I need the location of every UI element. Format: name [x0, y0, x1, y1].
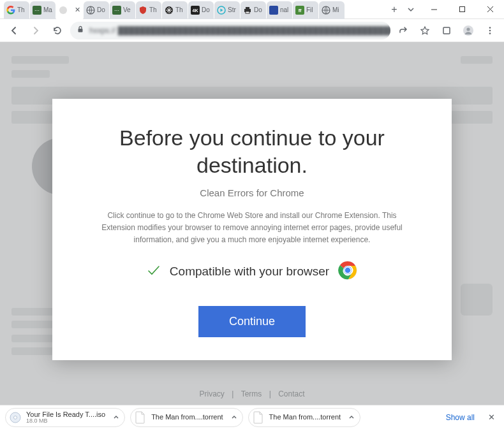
modal-compat-text: Compatible with your browser	[170, 265, 329, 279]
browser-tab[interactable]: 4KDo	[188, 1, 214, 19]
new-tab-button[interactable]: +	[387, 2, 402, 17]
menu-button[interactable]	[481, 22, 499, 40]
file-icon	[251, 411, 265, 425]
svg-text:4K: 4K	[193, 8, 198, 13]
footer-sep: |	[269, 389, 271, 398]
disc-icon	[8, 411, 22, 425]
play-icon	[217, 6, 226, 15]
download-size: 18.0 MB	[26, 418, 105, 425]
tab-overflow-button[interactable]	[402, 6, 420, 13]
bookmark-button[interactable]	[416, 22, 434, 40]
checkmark-icon	[147, 263, 161, 280]
tab-label: Str	[228, 6, 236, 13]
downloads-bar: Your File Is Ready T....iso18.0 MBThe Ma…	[0, 405, 504, 429]
skeleton-block	[461, 284, 493, 316]
download-item[interactable]: Your File Is Ready T....iso18.0 MB	[5, 408, 125, 427]
browser-tab[interactable]: ffFil	[293, 1, 318, 19]
4k-icon: 4K	[191, 6, 200, 15]
skeleton-line	[461, 56, 493, 64]
svg-point-26	[466, 27, 470, 31]
continue-button[interactable]: Continue	[198, 306, 306, 337]
downloads-close-button[interactable]: ✕	[484, 410, 499, 425]
svg-point-34	[14, 416, 17, 419]
window-close-button[interactable]	[476, 0, 504, 19]
window-titlebar: Th⋯Ma✕Do⋯VeThTh4KDoStrDonalffFilMi +	[0, 0, 504, 19]
svg-rect-22	[459, 7, 464, 12]
google-icon	[6, 6, 15, 15]
page-footer-links: Privacy | Terms | Contact	[0, 389, 504, 398]
browser-tab[interactable]: Th	[4, 1, 29, 19]
tab-label: Do	[254, 6, 262, 13]
svg-text:⋯: ⋯	[114, 8, 119, 13]
tab-label: Do	[202, 6, 210, 13]
browser-tab[interactable]: Th	[162, 1, 188, 19]
window-controls	[420, 0, 504, 19]
tab-label: Mi	[332, 6, 339, 13]
browser-tab[interactable]: Str	[214, 1, 240, 19]
svg-rect-15	[246, 7, 249, 9]
blank-icon	[59, 6, 68, 15]
svg-rect-24	[443, 27, 450, 34]
modal-description: Click continue to go to the Chrome Web S…	[84, 210, 420, 247]
ff-icon: ff	[295, 6, 304, 15]
window-maximize-button[interactable]	[448, 0, 476, 19]
profile-button[interactable]	[459, 22, 477, 40]
back-button[interactable]	[5, 22, 23, 40]
browser-tab[interactable]: nal	[267, 1, 292, 19]
browser-tab[interactable]: Mi	[319, 1, 345, 19]
shield-icon	[138, 6, 147, 15]
green-icon: ⋯	[112, 6, 121, 15]
tab-label: Fil	[306, 6, 313, 13]
address-bar[interactable]: hxxps:// ███████████████████████████████…	[70, 22, 390, 40]
svg-point-2	[59, 6, 67, 14]
svg-text:⋯: ⋯	[34, 8, 40, 13]
burst-icon	[165, 6, 174, 15]
reload-button[interactable]	[48, 22, 66, 40]
printer-icon	[243, 6, 252, 15]
forward-button[interactable]	[27, 22, 45, 40]
tab-label: Th	[149, 6, 157, 13]
green-icon: ⋯	[33, 6, 41, 15]
browser-tab[interactable]: ⋯Ve	[110, 1, 135, 19]
extensions-button[interactable]	[438, 22, 456, 40]
footer-privacy-link[interactable]: Privacy	[200, 389, 225, 398]
svg-point-32	[345, 267, 351, 273]
svg-rect-17	[269, 6, 278, 15]
skeleton-line	[11, 70, 50, 78]
globe-icon	[322, 6, 330, 15]
skeleton-line	[11, 56, 69, 64]
browser-tab[interactable]: ⋯Ma	[30, 1, 56, 19]
download-item[interactable]: The Man from....torrent	[248, 408, 360, 427]
url-text: hxxps:// ███████████████████████████████…	[89, 26, 390, 35]
window-minimize-button[interactable]	[420, 0, 448, 19]
download-item[interactable]: The Man from....torrent	[130, 408, 242, 427]
svg-point-28	[489, 29, 491, 31]
svg-point-29	[489, 33, 491, 34]
svg-rect-23	[78, 29, 83, 33]
chevron-up-icon[interactable]	[113, 414, 119, 421]
modal-subheading: Clean Errors for Chrome	[84, 187, 420, 198]
chevron-up-icon[interactable]	[231, 414, 237, 421]
browser-tab[interactable]: Do	[241, 1, 266, 19]
modal-heading: Before you continue to your destination.	[84, 124, 420, 178]
share-button[interactable]	[394, 22, 412, 40]
browser-toolbar: hxxps:// ███████████████████████████████…	[0, 19, 504, 42]
footer-terms-link[interactable]: Terms	[241, 389, 262, 398]
download-name: The Man from....torrent	[269, 413, 341, 421]
downloads-show-all-link[interactable]: Show all	[446, 413, 475, 422]
browser-tab[interactable]: Th	[136, 1, 161, 19]
browser-tab[interactable]: Do	[84, 1, 109, 19]
tab-label: Ma	[43, 6, 52, 13]
tab-label: Th	[175, 6, 183, 13]
chrome-icon	[338, 261, 357, 283]
chevron-up-icon[interactable]	[348, 414, 355, 421]
tab-label: Do	[97, 6, 105, 13]
svg-rect-16	[246, 11, 249, 13]
modal-compat-row: Compatible with your browser	[84, 261, 420, 283]
globe-icon	[86, 6, 95, 15]
svg-text:ff: ff	[299, 8, 302, 13]
tab-close-icon[interactable]: ✕	[75, 6, 80, 14]
browser-tab[interactable]: ✕	[56, 1, 83, 19]
file-icon	[133, 411, 147, 425]
footer-contact-link[interactable]: Contact	[278, 389, 304, 398]
